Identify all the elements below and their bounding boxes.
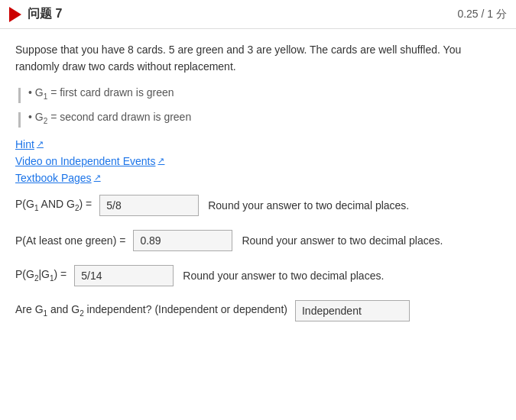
q1-input[interactable] (99, 195, 199, 216)
question-row-4: Are G1 and G2 independent? (Independent … (15, 300, 501, 321)
q2-input[interactable] (133, 230, 232, 251)
hint-link[interactable]: Hint ↗ (15, 138, 501, 150)
question-row-1: P(G1 AND G2) = Round your answer to two … (15, 195, 501, 216)
bullet-bar-2 (18, 112, 21, 128)
textbook-label: Textbook Pages (15, 172, 92, 184)
textbook-link[interactable]: Textbook Pages ↗ (15, 172, 501, 184)
q3-label: P(G2|G1) = (15, 268, 67, 283)
links-section: Hint ↗ Video on Independent Events ↗ Tex… (15, 138, 501, 184)
video-icon: ↗ (157, 156, 164, 166)
question-row-2: P(At least one green) = Round your answe… (15, 230, 501, 251)
main-content: Suppose that you have 8 cards. 5 are gre… (0, 29, 516, 347)
q3-input[interactable] (74, 265, 174, 286)
video-link[interactable]: Video on Independent Events ↗ (15, 155, 501, 167)
q1-label: P(G1 AND G2) = (15, 198, 92, 212)
q2-label: P(At least one green) = (15, 234, 125, 247)
score-display: 0.25 / 1 分 (457, 8, 507, 21)
bullet-g1-text: • G1 = first card drawn is green (28, 86, 174, 101)
q4-input[interactable] (295, 300, 410, 321)
red-arrow-icon (9, 7, 21, 22)
question-title: 问题 7 (28, 6, 62, 22)
q4-label: Are G1 and G2 independent? (Independent … (15, 303, 287, 318)
hint-icon: ↗ (37, 139, 44, 149)
hint-label: Hint (15, 138, 34, 150)
bullet-g2: • G2 = second card drawn is green (15, 111, 501, 128)
video-label: Video on Independent Events (15, 155, 155, 167)
q3-round-note: Round your answer to two decimal places. (183, 270, 384, 282)
bullet-bar-1 (18, 88, 21, 103)
q1-round-note: Round your answer to two decimal places. (208, 199, 409, 212)
textbook-icon: ↗ (94, 173, 101, 183)
problem-text: Suppose that you have 8 cards. 5 are gre… (15, 41, 501, 76)
question-header: 问题 7 0.25 / 1 分 (0, 0, 516, 29)
header-left: 问题 7 (9, 6, 62, 22)
question-row-3: P(G2|G1) = Round your answer to two deci… (15, 265, 501, 286)
q2-round-note: Round your answer to two decimal places. (242, 234, 443, 247)
bullet-g1: • G1 = first card drawn is green (15, 86, 501, 103)
bullet-g2-text: • G2 = second card drawn is green (28, 111, 191, 125)
